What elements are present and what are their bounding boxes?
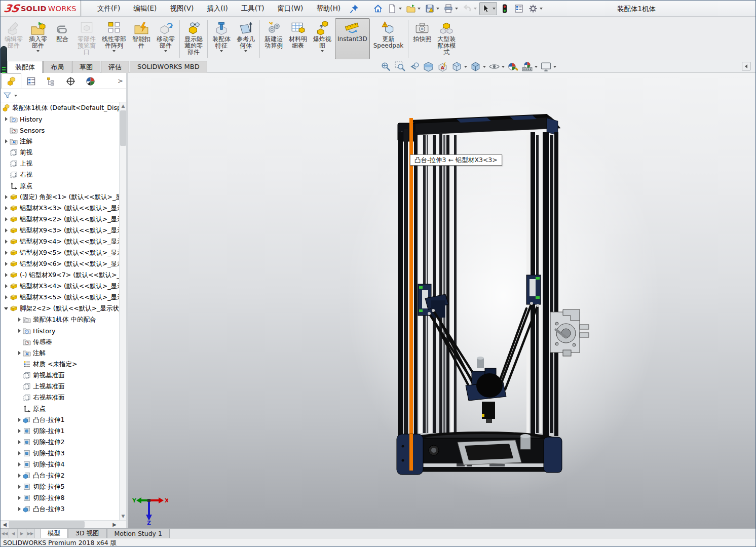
tree-expander-right[interactable] [3, 271, 10, 279]
dimxpert-tab[interactable] [61, 73, 81, 89]
tree-item[interactable]: 脚架2<2> (默认<<默认>_显示状态 [1, 303, 126, 314]
last-study-button[interactable]: ▶▶ [26, 529, 35, 538]
dropdown-caret[interactable] [321, 50, 324, 52]
tree-item[interactable]: Sensors [1, 125, 126, 136]
view-orientation-button[interactable] [450, 60, 468, 73]
smart-fasteners-button[interactable]: 智能扣 件 [130, 18, 153, 59]
tree-item[interactable]: 原点 [1, 180, 126, 191]
tree-expander-down[interactable] [3, 305, 10, 312]
zoom-fit-button[interactable] [380, 60, 392, 73]
tree-item[interactable]: 装配体1机体 中的配合 [1, 314, 126, 325]
tab-sketch[interactable]: 草图 [72, 61, 100, 73]
new-motion-study-button[interactable]: 新建运 动算例 [262, 18, 285, 59]
tree-expander-right[interactable] [16, 427, 23, 435]
dropdown-caret[interactable] [493, 8, 496, 10]
large-assembly-mode-button[interactable]: 大型装 配体模 式 [435, 18, 458, 59]
dropdown-caret[interactable] [535, 66, 538, 68]
tree-item[interactable]: 切除-拉伸3 [1, 448, 126, 459]
new-button[interactable] [386, 2, 403, 15]
mate-button[interactable]: 配合 [51, 18, 74, 59]
tree-item[interactable]: 铝型材X9<2> (默认<<默认>_显示 [1, 214, 126, 225]
linear-pattern-button[interactable]: 线性零部 件阵列 [99, 18, 129, 59]
dynamic-annotation-button[interactable]: A [436, 60, 449, 73]
menu-item-help[interactable]: 帮助(H) [311, 2, 346, 16]
select-button[interactable] [479, 2, 497, 15]
dropdown-caret[interactable] [540, 8, 543, 10]
tree-item[interactable]: 凸台-拉伸1 [1, 414, 126, 425]
open-button[interactable] [404, 2, 422, 15]
tree-item[interactable]: 装配体1机体 (Default<Default_Displa [1, 102, 126, 113]
tree-item[interactable]: 铝型材X9<6> (默认<<默认>_显示 [1, 258, 126, 269]
tree-item[interactable]: 切除-拉伸1 [1, 425, 126, 437]
tree-item[interactable]: 凸台-拉伸2 [1, 470, 126, 481]
options-list-button[interactable] [512, 2, 525, 15]
printer-3d-model[interactable] [396, 112, 598, 477]
tree-item[interactable]: 铝型材X3<4> (默认<<默认>_显示 [1, 281, 126, 292]
tree-item[interactable]: 右视 [1, 169, 126, 180]
tree-expander-right[interactable] [3, 238, 10, 245]
menu-item-insert[interactable]: 插入(I) [201, 2, 234, 16]
scroll-left-button[interactable]: ◀ [1, 521, 9, 528]
dropdown-caret[interactable] [455, 8, 458, 10]
tree-item[interactable]: 铝型材X3<5> (默认<<默认>_显示 [1, 292, 126, 303]
tree-horizontal-scrollbar[interactable]: ◀ ▶ [1, 520, 126, 528]
dropdown-caret[interactable] [220, 50, 223, 52]
tree-expander-right[interactable] [16, 461, 23, 468]
tree-expander-right[interactable] [16, 327, 23, 334]
tree-item[interactable]: History [1, 113, 126, 125]
displaymanager-tab[interactable] [81, 73, 100, 89]
update-speedpak-button[interactable]: 更新 Speedpak [371, 18, 406, 59]
configurationmanager-tab[interactable] [41, 73, 61, 89]
tree-expander-right[interactable] [16, 494, 23, 501]
tree-item[interactable]: 前视基准面 [1, 370, 126, 381]
tree-item[interactable]: 凸台-拉伸3 [1, 503, 126, 515]
menu-item-window[interactable]: 窗口(W) [272, 2, 309, 16]
tree-item[interactable]: 材质 <未指定> [1, 359, 126, 370]
tree-expander-right[interactable] [3, 227, 10, 234]
dropdown-caret[interactable] [436, 8, 439, 10]
menu-item-edit[interactable]: 编辑(E) [128, 2, 162, 16]
motion-study-tab[interactable]: Motion Study 1 [107, 529, 170, 538]
show-hidden-components-button[interactable]: 显示隐 藏的零 部件 [182, 18, 205, 59]
next-study-button[interactable]: ▶ [18, 529, 26, 538]
tree-expander-right[interactable] [16, 316, 23, 323]
tab-assembly[interactable]: 装配体 [8, 61, 43, 73]
rebuild-button[interactable] [498, 2, 511, 15]
scroll-thumb[interactable] [120, 110, 126, 146]
dropdown-caret[interactable] [418, 8, 421, 10]
scroll-right-button[interactable]: ▶ [110, 521, 119, 528]
tree-item[interactable]: 上视基准面 [1, 381, 126, 392]
hide-show-button[interactable] [488, 60, 505, 73]
zoom-area-button[interactable] [394, 60, 406, 73]
dropdown-caret[interactable] [502, 66, 505, 68]
tree-expander-right[interactable] [16, 349, 23, 357]
tree-expander-right[interactable] [3, 260, 10, 267]
tree-expander-right[interactable] [16, 450, 23, 457]
bill-of-materials-button[interactable]: 材料明 细表 [286, 18, 310, 59]
3d-views-tab[interactable]: 3D 视图 [68, 529, 107, 538]
exploded-view-button[interactable]: 爆炸视 图 [311, 18, 334, 59]
apply-scene-button[interactable] [521, 60, 538, 73]
tree-item[interactable]: 铝型材X3<3> (默认<<默认>_显示 [1, 203, 126, 214]
tree-item[interactable]: (固定) 角架<1> (默认<<默认>_显 [1, 191, 126, 203]
tree-item[interactable]: History [1, 325, 126, 336]
previous-view-button[interactable] [408, 60, 421, 73]
pin-icon[interactable] [349, 4, 359, 14]
view-settings-button[interactable] [540, 60, 557, 73]
tree-item[interactable]: 铝型材X9<5> (默认<<默认>_显示 [1, 247, 126, 258]
propertymanager-tab[interactable] [21, 73, 41, 89]
insert-component-button[interactable]: 插入零 部件 [26, 18, 50, 59]
assembly-features-button[interactable]: 装配体 特征 [210, 18, 233, 59]
tree-item[interactable]: 铝型材X9<3> (默认<<默认>_显示 [1, 225, 126, 236]
tree-item[interactable]: 铝型材X9<4> (默认<<默认>_显示 [1, 236, 126, 247]
task-pane-collapse-button[interactable] [742, 62, 750, 70]
tree-expander-right[interactable] [16, 505, 23, 513]
dropdown-caret[interactable] [164, 50, 167, 52]
first-study-button[interactable]: ◀◀ [1, 529, 9, 538]
tree-expander-right[interactable] [3, 205, 10, 212]
tree-item[interactable]: 前视 [1, 147, 126, 158]
tree-expander-right[interactable] [3, 283, 10, 290]
panel-tabs-overflow-button[interactable]: > [118, 77, 123, 85]
scroll-up-button[interactable]: ▲ [120, 102, 126, 110]
prev-study-button[interactable]: ◀ [9, 529, 18, 538]
